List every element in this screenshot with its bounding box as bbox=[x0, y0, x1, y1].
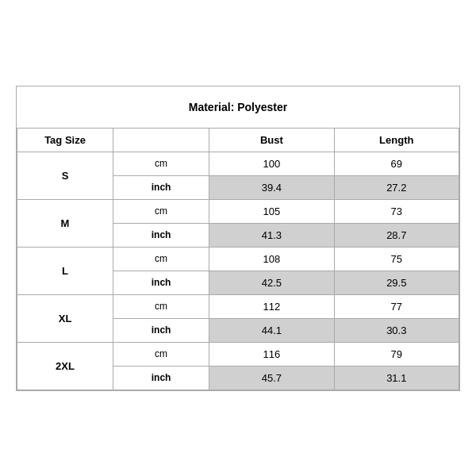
unit-cm-s: cm bbox=[113, 152, 209, 175]
length-inch-2xl: 31.1 bbox=[334, 366, 459, 390]
table-row: Lcm10875 bbox=[17, 247, 459, 271]
bust-cm-s: 100 bbox=[209, 152, 334, 175]
table-row: Scm10069 bbox=[17, 152, 459, 175]
bust-inch-s: 39.4 bbox=[209, 175, 334, 199]
bust-inch-xl: 44.1 bbox=[209, 318, 334, 342]
bust-cm-m: 105 bbox=[209, 199, 334, 223]
table-row: 2XLcm11679 bbox=[17, 342, 459, 366]
length-cm-l: 75 bbox=[334, 247, 459, 271]
bust-cm-xl: 112 bbox=[209, 294, 334, 318]
length-cm-s: 69 bbox=[334, 152, 459, 175]
unit-cm-xl: cm bbox=[113, 294, 209, 318]
unit-inch-xl: inch bbox=[113, 318, 209, 342]
bust-inch-2xl: 45.7 bbox=[209, 366, 334, 390]
table-row: Mcm10573 bbox=[17, 199, 459, 223]
unit-cm-m: cm bbox=[113, 199, 209, 223]
unit-cm-2xl: cm bbox=[113, 342, 209, 366]
tag-size-xl: XL bbox=[17, 294, 113, 342]
length-cm-2xl: 79 bbox=[334, 342, 459, 366]
table-row: XLcm11277 bbox=[17, 294, 459, 318]
unit-inch-s: inch bbox=[113, 175, 209, 199]
unit-inch-m: inch bbox=[113, 223, 209, 247]
size-chart: Material: Polyester Tag Size Bust Length… bbox=[16, 86, 460, 391]
length-inch-xl: 30.3 bbox=[334, 318, 459, 342]
length-cm-xl: 77 bbox=[334, 294, 459, 318]
length-inch-m: 28.7 bbox=[334, 223, 459, 247]
unit-inch-l: inch bbox=[113, 271, 209, 294]
header-tag-size: Tag Size bbox=[17, 129, 113, 152]
length-inch-s: 27.2 bbox=[334, 175, 459, 199]
bust-inch-m: 41.3 bbox=[209, 223, 334, 247]
bust-inch-l: 42.5 bbox=[209, 271, 334, 294]
tag-size-2xl: 2XL bbox=[17, 342, 113, 390]
header-length: Length bbox=[334, 129, 459, 152]
tag-size-l: L bbox=[17, 247, 113, 294]
header-bust: Bust bbox=[209, 129, 334, 152]
size-table: Tag Size Bust Length Scm10069inch39.427.… bbox=[17, 129, 459, 390]
tag-size-s: S bbox=[17, 152, 113, 199]
unit-inch-2xl: inch bbox=[113, 366, 209, 390]
bust-cm-l: 108 bbox=[209, 247, 334, 271]
tag-size-m: M bbox=[17, 199, 113, 247]
length-cm-m: 73 bbox=[334, 199, 459, 223]
bust-cm-2xl: 116 bbox=[209, 342, 334, 366]
length-inch-l: 29.5 bbox=[334, 271, 459, 294]
unit-cm-l: cm bbox=[113, 247, 209, 271]
chart-title: Material: Polyester bbox=[17, 86, 459, 129]
header-unit bbox=[113, 129, 209, 152]
